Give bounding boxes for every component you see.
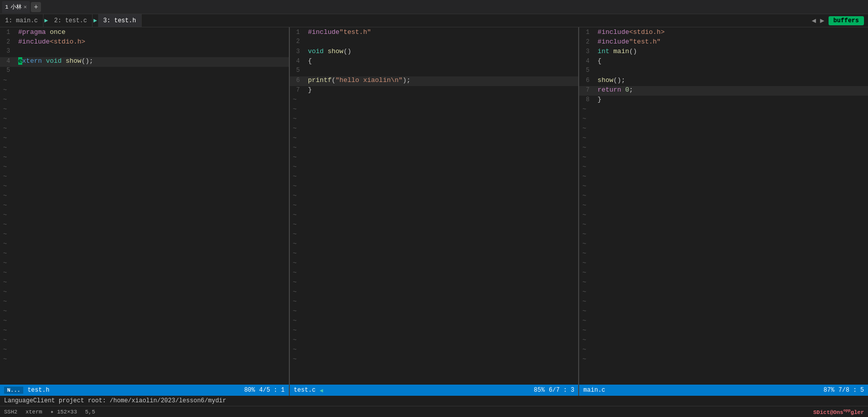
bottom-right: SDict@Onsoppgler (813, 408, 864, 415)
tab-group-name: 小林 (11, 3, 22, 11)
buffer-tab-2[interactable]: 2: test.c (49, 14, 93, 27)
status-bar-3: main.c 87% 7/8 : 5 (579, 385, 868, 396)
code-line: 6 show(); (579, 76, 868, 86)
code-line: 4 { (579, 57, 868, 67)
status-filename-2: test.c (294, 387, 316, 394)
status-pos-1: 4/5 : 1 (259, 387, 284, 394)
new-tab-button[interactable]: + (31, 2, 41, 12)
size-label: ✦ 152×33 (50, 408, 77, 415)
status-filename-1: test.h (27, 387, 49, 394)
buffer-tab-3[interactable]: 3: test.h (98, 14, 142, 27)
app-container: 1 小林 ✕ + 1: main.c ▶ 2: test.c ▶ 3: test… (0, 0, 868, 417)
code-line-active: 4 extern void show(); (0, 57, 289, 67)
code-line: 7 } (290, 86, 579, 96)
code-line: 1 #include<stdio.h> (579, 28, 868, 38)
code-line-active-2: 6 printf("hello xiaolin\n"); (290, 76, 579, 86)
brand-label: SDict@Onsoppgler (813, 408, 864, 415)
tab-arrow-2-icon: ▶ (93, 17, 98, 24)
code-line: 5 (579, 67, 868, 76)
buffer-tab-1-label: 1: main.c (5, 17, 38, 24)
tab-group-close-icon[interactable]: ✕ (24, 4, 27, 10)
status-percent-1: 80% (244, 387, 255, 394)
code-line: 2 #include<stdio.h> (0, 38, 289, 48)
code-line: 1 #pragma once (0, 28, 289, 38)
message-bar: LanguageClient project root: /home/xiaol… (0, 396, 868, 406)
code-line: 5 (290, 67, 579, 76)
buffer-tab-3-label: 3: test.h (103, 17, 136, 24)
status-percent-3: 87% (823, 387, 835, 394)
tilde-lines-3: ~~~~ ~~~~ ~~~~ ~~~~ ~~~~ ~~~~ ~~~ (579, 105, 868, 365)
code-line: 3 (0, 48, 289, 57)
pos-label: 5,5 (85, 409, 95, 415)
code-line: 5 (0, 67, 289, 76)
editor-pane-2: 1 #include"test.h" 2 3 void show() 4 { (290, 27, 579, 396)
editor-pane-3: 1 #include<stdio.h> 2 #include"test.h" 3… (579, 27, 868, 396)
buffers-button[interactable]: buffers (829, 16, 864, 25)
scroll-left-icon: ◀ (320, 387, 323, 394)
nav-back-icon[interactable]: ◀ (812, 16, 816, 25)
status-mode-1: N... (4, 387, 23, 394)
editor-pane-1: 1 #pragma once 2 #include<stdio.h> 3 4 e… (0, 27, 289, 396)
status-bar-1: N... test.h 80% 4/5 : 1 (0, 385, 289, 396)
editor-panes: 1 #pragma once 2 #include<stdio.h> 3 4 e… (0, 27, 868, 396)
bottom-bar: SSH2 xterm ✦ 152×33 5,5 SDict@Onsoppgler (0, 406, 868, 417)
status-bar-2: test.c ◀ 85% 6/7 : 3 (290, 385, 579, 396)
buffer-tab-2-label: 2: test.c (54, 17, 87, 24)
status-pos-3: 7/8 : 5 (839, 387, 864, 394)
tab-arrow-icon: ▶ (44, 17, 49, 24)
status-percent-2: 85% (534, 387, 545, 394)
buffer-tab-1[interactable]: 1: main.c (0, 14, 44, 27)
tilde-lines-1: ~~~~ ~~~~ ~~~~ ~~~~ ~~~~ ~~~~ ~~~~ ~~ (0, 76, 289, 365)
message-text: LanguageClient project root: /home/xiaol… (4, 397, 226, 404)
code-line: 8 } (579, 96, 868, 105)
code-line: 3 void show() (290, 48, 579, 57)
code-line: 2 (290, 38, 579, 48)
status-pos-2: 6/7 : 3 (549, 387, 574, 394)
code-line-active-3: 7 return 0; (579, 86, 868, 96)
tab-group[interactable]: 1 小林 ✕ (2, 1, 30, 13)
nav-forward-icon[interactable]: ▶ (820, 16, 824, 25)
code-area-3[interactable]: 1 #include<stdio.h> 2 #include"test.h" 3… (579, 27, 868, 385)
code-line: 3 int main() (579, 48, 868, 57)
tilde-lines-2: ~~~~ ~~~~ ~~~~ ~~~~ ~~~~ ~~~~ ~~~~ (290, 96, 579, 365)
code-area-2[interactable]: 1 #include"test.h" 2 3 void show() 4 { (290, 27, 579, 385)
code-line: 1 #include"test.h" (290, 28, 579, 38)
tab-group-number: 1 (5, 4, 9, 10)
ssh-label: SSH2 (4, 409, 17, 415)
term-label: xterm (25, 409, 42, 415)
code-area-1[interactable]: 1 #pragma once 2 #include<stdio.h> 3 4 e… (0, 27, 289, 385)
status-filename-3: main.c (583, 387, 605, 394)
code-line: 2 #include"test.h" (579, 38, 868, 48)
code-line: 4 { (290, 57, 579, 67)
tab-bar: 1 小林 ✕ + (0, 0, 868, 14)
